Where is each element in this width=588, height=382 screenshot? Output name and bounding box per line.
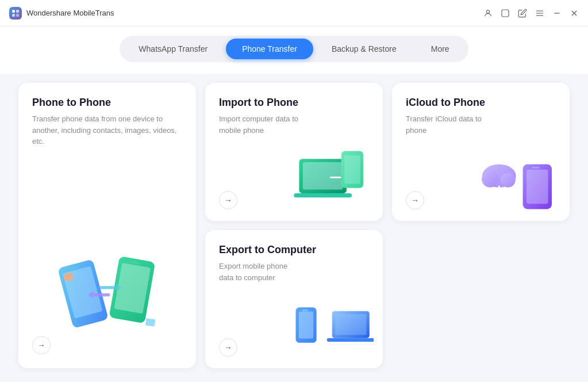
card-title-phone-to-phone: Phone to Phone xyxy=(32,97,182,109)
card-export-to-computer[interactable]: Export to Computer Export mobile phone d… xyxy=(205,230,383,368)
arrow-phone-to-phone[interactable]: → xyxy=(32,336,51,354)
tab-whatsapp[interactable]: WhatsApp Transfer xyxy=(122,39,224,59)
arrow-export[interactable]: → xyxy=(219,338,237,357)
notification-icon[interactable] xyxy=(501,9,510,18)
phone-to-phone-illustration xyxy=(50,230,165,334)
card-desc-export: Export mobile phone data to computer xyxy=(219,261,302,283)
svg-rect-38 xyxy=(299,312,313,339)
svg-rect-30 xyxy=(526,170,548,204)
export-illustration xyxy=(293,299,374,362)
card-import-to-phone[interactable]: Import to Phone Import computer data to … xyxy=(205,83,383,221)
title-bar-left: Wondershare MobileTrans xyxy=(9,7,114,20)
svg-rect-39 xyxy=(302,310,308,311)
card-phone-to-phone[interactable]: Phone to Phone Transfer phone data from … xyxy=(18,83,196,368)
close-button[interactable] xyxy=(570,9,579,18)
svg-rect-23 xyxy=(145,318,155,327)
svg-rect-28 xyxy=(344,155,360,184)
tab-more[interactable]: More xyxy=(415,39,466,59)
app-icon xyxy=(9,7,22,20)
svg-rect-42 xyxy=(335,314,366,335)
svg-point-33 xyxy=(482,171,498,188)
svg-rect-0 xyxy=(12,10,15,13)
profile-icon[interactable] xyxy=(483,9,493,18)
nav-bar: WhatsApp Transfer Phone Transfer Backup … xyxy=(0,26,588,74)
svg-marker-36 xyxy=(495,195,504,201)
main-content: Phone to Phone Transfer phone data from … xyxy=(0,74,588,382)
app-name: Wondershare MobileTrans xyxy=(26,9,114,17)
svg-rect-5 xyxy=(502,10,509,17)
card-title-import: Import to Phone xyxy=(219,97,369,109)
nav-tabs: WhatsApp Transfer Phone Transfer Backup … xyxy=(120,36,468,62)
svg-rect-43 xyxy=(327,338,374,342)
tab-phone[interactable]: Phone Transfer xyxy=(226,39,313,59)
svg-rect-18 xyxy=(99,286,116,289)
svg-point-34 xyxy=(501,173,516,188)
title-bar: Wondershare MobileTrans xyxy=(0,0,588,26)
tab-backup[interactable]: Backup & Restore xyxy=(316,39,413,59)
card-desc-import: Import computer data to mobile phone xyxy=(219,113,302,136)
card-desc-phone-to-phone: Transfer phone data from one device to a… xyxy=(32,113,182,147)
card-icloud-to-phone[interactable]: iCloud to Phone Transfer iCloud data to … xyxy=(392,83,570,221)
svg-rect-1 xyxy=(16,10,19,13)
edit-icon[interactable] xyxy=(518,9,527,18)
svg-rect-26 xyxy=(294,193,352,197)
menu-icon[interactable] xyxy=(535,9,544,18)
minimize-button[interactable] xyxy=(552,9,562,18)
svg-rect-25 xyxy=(303,162,343,190)
title-bar-controls xyxy=(483,9,579,18)
card-title-icloud: iCloud to Phone xyxy=(406,97,556,109)
card-desc-icloud: Transfer iCloud data to phone xyxy=(406,113,489,136)
svg-rect-3 xyxy=(16,14,19,17)
svg-point-4 xyxy=(486,10,489,13)
svg-rect-2 xyxy=(12,14,15,17)
card-title-export: Export to Computer xyxy=(219,244,369,256)
arrow-icloud[interactable]: → xyxy=(406,191,424,209)
import-illustration xyxy=(293,148,374,212)
svg-rect-31 xyxy=(532,167,540,169)
svg-rect-20 xyxy=(93,293,110,296)
arrow-import[interactable]: → xyxy=(219,191,237,209)
icloud-illustration xyxy=(480,148,560,212)
